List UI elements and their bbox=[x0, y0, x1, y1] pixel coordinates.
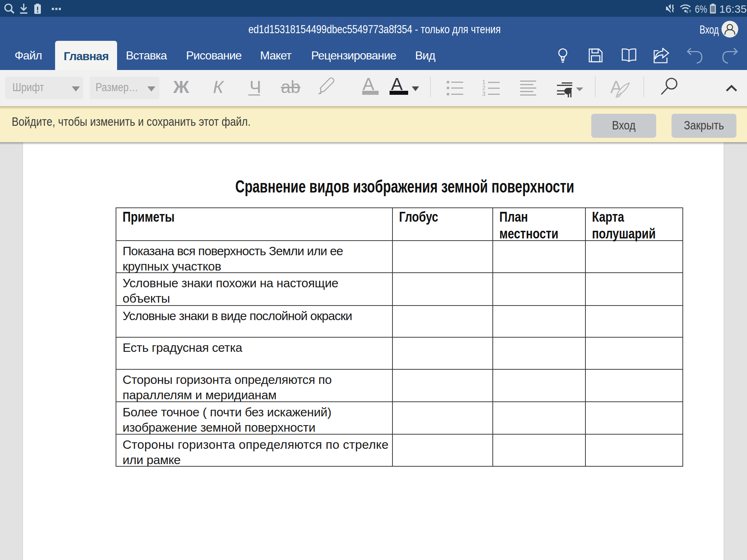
svg-text:3: 3 bbox=[482, 91, 485, 96]
svg-text:1: 1 bbox=[482, 79, 485, 85]
svg-text:2: 2 bbox=[482, 85, 485, 91]
